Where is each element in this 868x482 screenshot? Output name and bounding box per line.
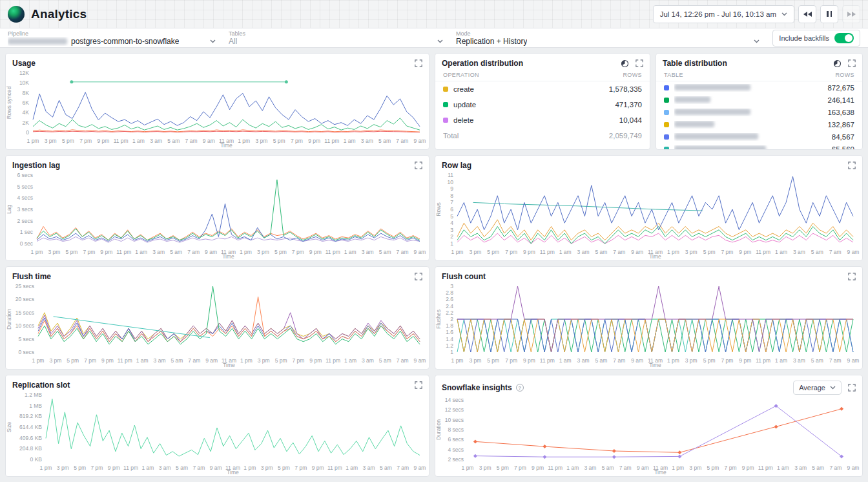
series-color-swatch (664, 147, 669, 150)
svg-text:Duration: Duration (6, 309, 12, 330)
svg-text:11 pm: 11 pm (540, 357, 555, 364)
svg-text:4 secs: 4 secs (448, 446, 464, 453)
svg-text:Time: Time (649, 253, 661, 260)
expand-button[interactable] (848, 273, 856, 280)
svg-text:11 pm: 11 pm (756, 357, 770, 364)
mode-select[interactable]: Mode Replication + History (456, 28, 760, 47)
expand-button[interactable] (415, 162, 422, 169)
expand-button[interactable] (848, 162, 856, 169)
svg-text:4K: 4K (23, 109, 30, 116)
tables-select[interactable]: Tables All (229, 28, 443, 47)
svg-text:5 am: 5 am (812, 465, 824, 471)
svg-text:1 am: 1 am (775, 357, 787, 364)
aggregate-select[interactable]: Average (793, 381, 842, 395)
svg-text:1 pm: 1 pm (462, 465, 474, 471)
svg-text:9 pm: 9 pm (308, 138, 320, 144)
svg-text:5 pm: 5 pm (273, 138, 285, 144)
svg-text:1 am: 1 am (559, 249, 572, 255)
pie-view-button[interactable] (833, 59, 842, 68)
row-lag-chart: 12345678910111 pm3 pm5 pm7 pm9 pm11 pm1 … (435, 171, 862, 260)
svg-text:5 am: 5 am (595, 249, 607, 255)
card-operation-distribution: Operation distribution OPERATION ROWS cr… (435, 53, 650, 150)
svg-text:3 pm: 3 pm (57, 465, 69, 471)
svg-text:5 pm: 5 pm (497, 465, 509, 471)
svg-text:Time: Time (649, 362, 661, 368)
svg-text:1 pm: 1 pm (667, 249, 679, 255)
svg-text:1: 1 (450, 349, 453, 355)
svg-text:9 am: 9 am (414, 249, 426, 255)
ingestion-lag-chart: 0 sec1 sec2 secs3 secs4 secs5 secs6 secs… (6, 171, 429, 260)
svg-text:7 pm: 7 pm (505, 249, 517, 255)
table-row: 872,675 (656, 81, 862, 94)
table-rows: 84,567 (832, 133, 854, 141)
svg-text:614.4 KB: 614.4 KB (19, 424, 42, 430)
column-table: TABLE (664, 72, 683, 78)
include-backfills-toggle[interactable]: Include backfills (772, 30, 860, 47)
svg-text:1 am: 1 am (136, 357, 149, 364)
svg-text:0 secs: 0 secs (18, 349, 34, 355)
svg-text:7 pm: 7 pm (514, 465, 526, 471)
snowflake-insights-chart: 2 secs4 secs6 secs8 secs10 secs12 secs14… (435, 395, 862, 476)
svg-text:9: 9 (450, 185, 453, 192)
include-backfills-label: Include backfills (779, 34, 829, 42)
series-color-swatch (664, 98, 669, 103)
table-row: 84,567 (656, 131, 862, 143)
skip-back-button[interactable] (798, 5, 816, 23)
svg-text:1 pm: 1 pm (240, 249, 252, 255)
svg-text:9 pm: 9 pm (309, 249, 322, 255)
date-range-label: Jul 14, 12:26 pm - Jul 16, 10:13 am (660, 10, 776, 18)
expand-button[interactable] (848, 384, 856, 392)
svg-text:5 pm: 5 pm (487, 249, 499, 255)
svg-text:11 pm: 11 pm (326, 249, 340, 255)
svg-text:9 pm: 9 pm (523, 357, 535, 364)
table-name-redacted (674, 145, 832, 150)
svg-text:5 pm: 5 pm (74, 465, 86, 471)
svg-text:3 am: 3 am (361, 138, 373, 144)
series-color-swatch (664, 85, 669, 90)
expand-button[interactable] (415, 381, 422, 389)
svg-text:11 pm: 11 pm (123, 465, 138, 471)
svg-text:5 am: 5 am (378, 138, 391, 144)
svg-text:1 pm: 1 pm (31, 249, 43, 255)
tables-label: Tables (229, 30, 443, 37)
svg-text:7 pm: 7 pm (294, 465, 307, 471)
skip-back-icon (803, 12, 812, 17)
svg-text:3 pm: 3 pm (258, 357, 270, 364)
page-title: Analytics (31, 7, 87, 21)
svg-text:1 pm: 1 pm (243, 465, 256, 471)
svg-text:7 pm: 7 pm (91, 465, 103, 471)
expand-button[interactable] (415, 59, 422, 67)
pipeline-select[interactable]: Pipeline postgres-common-to-snowflake (8, 28, 216, 47)
svg-text:1 pm: 1 pm (451, 357, 464, 364)
svg-text:2K: 2K (23, 120, 30, 126)
svg-text:7 am: 7 am (188, 357, 200, 364)
pie-chart-icon (833, 59, 842, 68)
app-logo-icon (8, 6, 25, 23)
card-row-lag: Row lag 12345678910111 pm3 pm5 pm7 pm9 p… (435, 155, 863, 261)
pie-view-button[interactable] (621, 59, 629, 68)
expand-button[interactable] (636, 59, 643, 67)
svg-text:9 pm: 9 pm (739, 249, 751, 255)
toggle-on-icon (834, 33, 854, 43)
flush-time-title: Flush time (12, 272, 51, 281)
column-rows: ROWS (835, 72, 854, 78)
svg-text:7 am: 7 am (192, 465, 205, 471)
table-rows: 65,560 (832, 145, 854, 150)
skip-forward-button[interactable] (842, 5, 860, 23)
svg-text:9 pm: 9 pm (523, 249, 535, 255)
svg-text:3 am: 3 am (584, 465, 597, 471)
redacted-text (8, 38, 67, 45)
svg-text:10 secs: 10 secs (16, 322, 34, 329)
svg-text:20 secs: 20 secs (16, 296, 34, 302)
svg-text:1 pm: 1 pm (451, 249, 464, 255)
svg-text:3 pm: 3 pm (685, 249, 698, 255)
expand-icon (415, 59, 422, 67)
expand-button[interactable] (848, 59, 856, 67)
series-color-swatch (443, 118, 448, 123)
svg-text:1 am: 1 am (344, 138, 356, 144)
date-range-selector[interactable]: Jul 14, 12:26 pm - Jul 16, 10:13 am (653, 5, 794, 23)
pause-button[interactable] (820, 5, 838, 23)
brand: Analytics (8, 6, 87, 23)
info-icon[interactable]: ? (516, 384, 524, 392)
expand-button[interactable] (415, 273, 422, 280)
